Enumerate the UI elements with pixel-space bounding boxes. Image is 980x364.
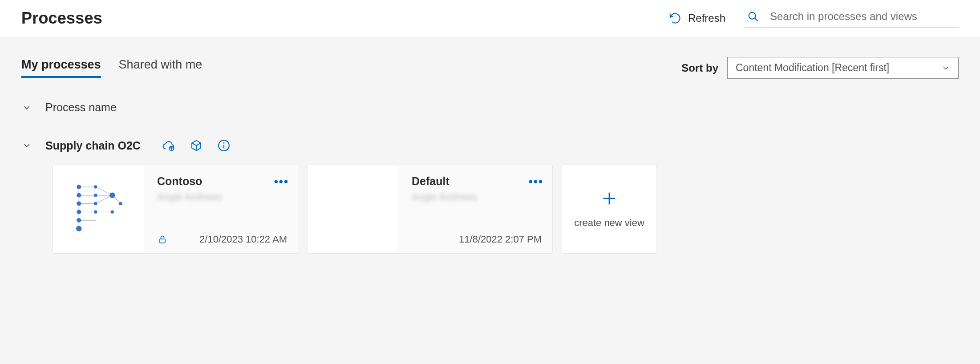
top-actions: Refresh bbox=[668, 8, 959, 28]
content: My processes Shared with me Sort by Cont… bbox=[0, 37, 980, 280]
view-card-contoso[interactable]: ••• Contoso Angie Andrews 2/10/2023 10:2… bbox=[53, 165, 298, 254]
svg-point-0 bbox=[749, 12, 756, 19]
svg-rect-30 bbox=[160, 239, 165, 243]
svg-point-19 bbox=[77, 202, 81, 206]
search-input[interactable] bbox=[769, 10, 957, 23]
column-process-name: Process name bbox=[45, 101, 117, 114]
card-body: ••• Contoso Angie Andrews 2/10/2023 10:2… bbox=[144, 165, 298, 253]
sort-select[interactable]: Content Modification [Recent first] bbox=[727, 57, 959, 79]
view-owner: Angie Andrews bbox=[157, 191, 287, 203]
second-row: My processes Shared with me Sort by Cont… bbox=[21, 57, 959, 79]
view-title: Default bbox=[412, 175, 542, 188]
tab-shared-with-me[interactable]: Shared with me bbox=[119, 58, 202, 78]
cloud-upload-icon[interactable] bbox=[162, 139, 175, 152]
svg-point-25 bbox=[94, 202, 97, 206]
svg-point-23 bbox=[94, 185, 97, 189]
view-timestamp: 11/8/2022 2:07 PM bbox=[459, 234, 542, 245]
view-card-default[interactable]: ••• Default Angie Andrews 11/8/2022 2:07… bbox=[307, 165, 553, 254]
view-thumbnail bbox=[308, 165, 398, 253]
svg-point-20 bbox=[77, 210, 81, 214]
create-new-view-button[interactable]: create new view bbox=[562, 165, 657, 254]
svg-line-14 bbox=[96, 195, 113, 204]
search-box[interactable] bbox=[745, 8, 959, 28]
view-thumbnail bbox=[53, 165, 144, 253]
svg-point-17 bbox=[77, 185, 81, 189]
search-icon bbox=[747, 10, 759, 23]
column-collapse-icon[interactable] bbox=[21, 102, 32, 113]
svg-point-24 bbox=[94, 194, 97, 197]
svg-point-27 bbox=[109, 193, 115, 198]
svg-point-18 bbox=[77, 193, 81, 198]
card-footer: 11/8/2022 2:07 PM bbox=[412, 234, 542, 245]
svg-point-29 bbox=[111, 210, 114, 214]
view-title: Contoso bbox=[157, 175, 287, 188]
cards-row: ••• Contoso Angie Andrews 2/10/2023 10:2… bbox=[53, 165, 959, 254]
package-icon[interactable] bbox=[190, 139, 203, 152]
card-body: ••• Default Angie Andrews 11/8/2022 2:07… bbox=[398, 165, 552, 253]
sort-value: Content Modification [Recent first] bbox=[736, 62, 889, 74]
view-owner: Angie Andrews bbox=[412, 191, 542, 203]
lock-icon bbox=[157, 234, 168, 245]
top-bar: Processes Refresh bbox=[0, 0, 980, 37]
page-title: Processes bbox=[21, 9, 102, 28]
svg-point-5 bbox=[223, 142, 225, 144]
column-header-row: Process name bbox=[21, 101, 959, 114]
tab-my-label: My processes bbox=[21, 58, 101, 71]
card-footer: 2/10/2023 10:22 AM bbox=[157, 234, 287, 245]
sort-box: Sort by Content Modification [Recent fir… bbox=[681, 57, 959, 79]
tab-my-processes[interactable]: My processes bbox=[21, 58, 101, 78]
process-name: Supply chain O2C bbox=[45, 139, 141, 152]
process-collapse-icon[interactable] bbox=[21, 140, 32, 151]
create-new-view-label: create new view bbox=[574, 217, 644, 229]
refresh-button[interactable]: Refresh bbox=[668, 12, 725, 25]
svg-point-21 bbox=[77, 218, 81, 222]
svg-point-28 bbox=[119, 202, 122, 206]
sort-label: Sort by bbox=[681, 62, 718, 74]
plus-icon bbox=[600, 190, 618, 207]
svg-line-1 bbox=[755, 18, 757, 21]
view-timestamp: 2/10/2023 10:22 AM bbox=[199, 234, 287, 245]
svg-point-22 bbox=[76, 226, 82, 232]
tab-shared-label: Shared with me bbox=[119, 58, 202, 71]
process-group-supply-chain: Supply chain O2C bbox=[21, 139, 959, 152]
card-menu-icon[interactable]: ••• bbox=[274, 175, 289, 189]
refresh-icon bbox=[668, 12, 682, 25]
svg-line-12 bbox=[96, 187, 113, 195]
tabs: My processes Shared with me bbox=[21, 58, 202, 78]
chevron-down-icon bbox=[941, 64, 950, 73]
refresh-label: Refresh bbox=[688, 12, 725, 24]
process-actions bbox=[162, 139, 231, 152]
svg-point-26 bbox=[94, 210, 97, 214]
info-icon[interactable] bbox=[217, 139, 231, 152]
card-menu-icon[interactable]: ••• bbox=[529, 175, 543, 189]
